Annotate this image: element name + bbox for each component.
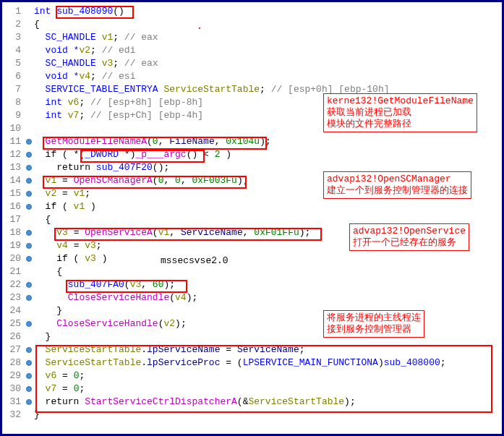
var: v4 [56,240,68,251]
comment: // eax [124,58,158,69]
code-line: if ( v1 ) [34,200,502,213]
annotation-text: 接到服务控制管理器 [327,324,421,335]
annotation-box: advapi32!OpenService 打开一个已经存在的服务 [349,223,469,251]
t: ) [378,357,384,368]
var: v1 [158,227,170,238]
t: = [56,175,73,186]
num: 0x104u [226,136,260,147]
code-line: SC_HANDLE v1; // eax [34,31,502,44]
fn: _p___argc [135,149,186,160]
code-line: ServiceStartTable.lpServiceName = Servic… [34,343,502,356]
brace: } [34,409,40,420]
t: ( [153,175,158,186]
bullet-slot [24,18,34,31]
t: = [220,344,236,355]
t: return [34,396,85,407]
t: *) [119,149,135,160]
var: v1 [102,32,114,43]
line-number: 22 [2,278,21,291]
line-number: 21 [2,265,21,278]
type: SC_HANDLE [34,58,102,69]
line-number: 13 [2,161,21,174]
t: ; [113,58,124,69]
var: v7 [68,110,80,121]
var: ServiceStartTable [163,84,260,95]
t: ; [90,45,102,56]
bullet-slot [24,396,34,409]
comment: // esi [102,71,136,82]
bullet-slot [24,83,34,96]
type: int [34,97,68,108]
t: ; [260,84,271,95]
t: , [181,175,192,186]
t: , [141,279,153,290]
comment: // eax [124,32,158,43]
line-number: 26 [2,330,21,343]
fn: CloseServiceHandle [56,318,158,329]
breakpoint-dot-icon [26,321,32,327]
line-number: 1 [2,5,21,18]
id: ServiceStartTable [248,396,344,407]
code-line: CloseServiceHandle(v4); [34,291,502,304]
t [34,318,56,329]
brace: { [34,214,51,225]
t: if ( *( [34,149,85,160]
fn: GetModuleFileNameA [46,136,147,147]
bullet-slot [24,291,34,304]
comment: // edi [102,45,136,56]
breakpoint-dot-icon [26,295,32,301]
t: ); [175,318,187,329]
t: ; [79,110,90,121]
t: ); [344,396,356,407]
bullet-slot [24,135,34,148]
breakpoint-dot-icon [26,386,32,392]
bullet-slot [24,239,34,252]
breakpoint-dot-icon [26,230,32,236]
bullet-slot [24,5,34,18]
brace: { [34,266,62,277]
annotation-text: 建立一个到服务控制管理器的连接 [327,185,468,197]
line-number: 17 [2,213,21,226]
breakpoint-dot-icon [26,178,32,184]
fn: sub_407FA0 [68,279,124,290]
code-line: void *v2; // edi [34,44,502,57]
bullet-slot [24,343,34,356]
annotation-text: advapi32!OpenSCManager [327,174,468,185]
t: , [243,227,255,238]
line-number: 20 [2,252,21,265]
t: , [169,227,181,238]
t: ) [85,201,96,212]
bullet-slot [24,44,34,57]
t: , [158,136,170,147]
line-number: 25 [2,317,21,330]
breakpoint-dot-icon [26,360,32,366]
code-line: v7 = 0; [34,382,502,396]
t: = [56,188,73,199]
line-number: 11 [2,135,21,148]
line-number: 29 [2,369,21,382]
line-number: 6 [2,70,21,83]
code-line: return StartServiceCtrlDispatcherA(&Serv… [34,396,502,409]
line-number: 4 [2,44,21,57]
var: v3 [56,227,68,238]
bullet-slot [24,70,34,83]
breakpoint-dot-icon [26,282,32,288]
num: 0xF01FFu [254,227,299,238]
bullet-slot [24,252,34,265]
code-area: int sub_408090() { SC_HANDLE v1; // eax … [34,5,502,431]
t: ( [124,279,130,290]
t [34,188,46,199]
bullet-slot [24,226,34,239]
brace: } [34,331,51,342]
bullet-slot [24,330,34,343]
line-number-gutter: 1234567891011121314151617181920212223242… [2,5,24,431]
t: = [68,240,85,251]
t: ); [187,292,198,303]
t: ; [85,188,90,199]
code-line: void *v4; // esi [34,70,502,83]
bullet-slot [24,409,34,422]
var: v2 [46,188,57,199]
comment: // [esp+8h] [ebp-8h] [90,97,203,108]
num: 60 [153,279,164,290]
code-container: 1234567891011121314151617181920212223242… [2,2,502,434]
